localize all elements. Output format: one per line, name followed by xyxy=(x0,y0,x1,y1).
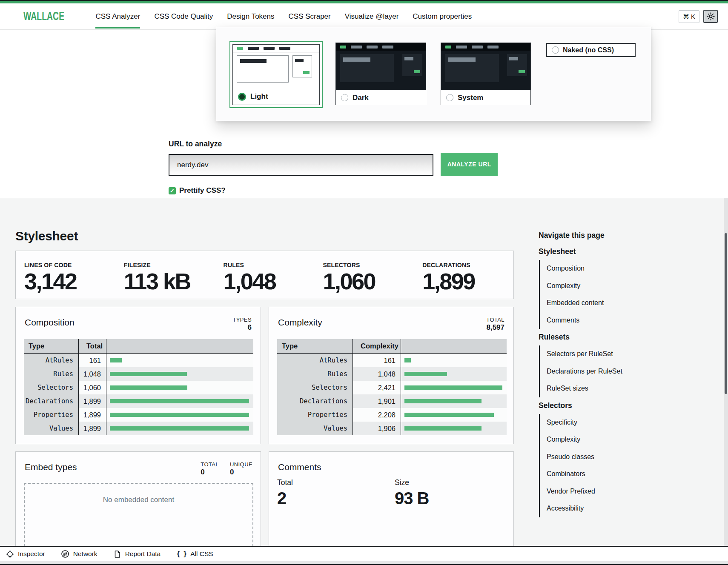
value-bar xyxy=(110,385,187,390)
toc-item-embedded-content[interactable]: Embedded content xyxy=(547,294,700,312)
stat-filesize: FILESIZE 113 kB xyxy=(115,262,215,293)
nav-item-design-tokens[interactable]: Design Tokens xyxy=(227,3,274,29)
nav-item-custom-properties[interactable]: Custom properties xyxy=(413,3,472,29)
bar-decoration xyxy=(295,59,304,62)
preview-card xyxy=(507,54,527,76)
tool-all-css[interactable]: { } All CSS xyxy=(176,550,213,558)
toc-item-declarations-per-ruleset[interactable]: Declarations per RuleSet xyxy=(547,363,700,380)
theme-option-naked[interactable]: Naked (no CSS) xyxy=(546,43,636,57)
tool-inspector[interactable]: Inspector xyxy=(6,550,45,558)
tool-network[interactable]: Network xyxy=(61,550,97,558)
toc-item-pseudo-classes[interactable]: Pseudo classes xyxy=(547,448,700,466)
composition-title: Composition xyxy=(25,317,75,328)
toc-item-combinators[interactable]: Combinators xyxy=(547,465,700,483)
stat-rules: RULES 1,048 xyxy=(215,262,315,293)
theme-toggle-button[interactable] xyxy=(703,10,718,23)
pill-decoration xyxy=(382,46,393,49)
toc-item-comments[interactable]: Comments xyxy=(547,312,700,329)
stylesheet-stats-panel: LINES OF CODE 3,142 FILESIZE 113 kB RULE… xyxy=(15,251,514,299)
toc-section-rulesets[interactable]: Rulesets xyxy=(539,333,700,342)
complexity-table: Type Complexity AtRules 161 Rules 1,048 … xyxy=(277,339,507,435)
toc-group: Selectors per RuleSet Declarations per R… xyxy=(539,345,700,397)
nav-item-css-scraper[interactable]: CSS Scraper xyxy=(289,3,331,29)
complexity-title: Complexity xyxy=(278,317,322,328)
radio-dark[interactable] xyxy=(341,94,348,101)
pill-decoration xyxy=(351,46,362,49)
pill-decoration xyxy=(237,47,243,50)
toc-group: Composition Complexity Embedded content … xyxy=(539,260,700,329)
value-bar xyxy=(404,426,482,431)
toc-item-specificity[interactable]: Specificity xyxy=(547,414,700,431)
theme-preview-system xyxy=(441,43,530,90)
value-bar xyxy=(404,413,494,417)
scrollbar-track[interactable] xyxy=(724,198,728,561)
theme-preview-dark xyxy=(336,43,426,90)
toc-item-accessibility[interactable]: Accessibility xyxy=(547,500,700,517)
table-row: Declarations 1,899 xyxy=(24,394,253,408)
theme-option-system[interactable]: System xyxy=(441,43,531,105)
network-icon xyxy=(61,550,69,558)
table-row: Rules 1,048 xyxy=(277,367,507,381)
bar-decoration xyxy=(404,57,413,60)
comments-size: Size 93 B xyxy=(395,478,429,507)
url-input[interactable] xyxy=(169,154,433,176)
radio-system[interactable] xyxy=(446,94,453,101)
stat-selectors: SELECTORS 1,060 xyxy=(314,262,414,293)
toc-item-ruleset-sizes[interactable]: RuleSet sizes xyxy=(547,380,700,397)
command-k-button[interactable]: ⌘ K xyxy=(679,10,699,23)
table-row: Selectors 2,421 xyxy=(277,381,507,394)
toc-item-complexity[interactable]: Complexity xyxy=(547,277,700,295)
toc-section-selectors[interactable]: Selectors xyxy=(539,401,700,410)
wallace-logo[interactable]: WALLACE xyxy=(23,10,64,23)
toc-item-selectors-per-ruleset[interactable]: Selectors per RuleSet xyxy=(547,345,700,363)
complexity-panel: Complexity TOTAL 8,597 Type Complexity A… xyxy=(269,307,514,444)
table-row: AtRules 161 xyxy=(24,354,253,367)
scrollbar-thumb[interactable] xyxy=(725,233,727,394)
value-bar xyxy=(404,385,502,390)
value-bar xyxy=(110,426,249,431)
theme-option-dark[interactable]: Dark xyxy=(335,43,426,105)
app-window: WALLACE CSS Analyzer CSS Code Quality De… xyxy=(0,0,728,565)
bar-decoration xyxy=(303,71,310,74)
table-row: Selectors 1,060 xyxy=(24,381,253,394)
value-bar xyxy=(110,413,249,417)
nav-item-css-analyzer[interactable]: CSS Analyzer xyxy=(95,3,140,29)
stat-lines-of-code: LINES OF CODE 3,142 xyxy=(16,262,115,293)
value-bar xyxy=(404,372,447,376)
toc-item-selector-complexity[interactable]: Complexity xyxy=(547,431,700,448)
prettify-checkbox[interactable]: ✓ xyxy=(169,187,176,194)
toc-section-stylesheet[interactable]: Stylesheet xyxy=(539,247,700,256)
table-row: Values 1,899 xyxy=(24,422,253,435)
braces-icon: { } xyxy=(176,550,186,558)
radio-light-selected[interactable] xyxy=(238,93,246,101)
comments-title: Comments xyxy=(278,462,321,472)
prettify-label: Prettify CSS? xyxy=(179,186,226,195)
comments-panel: Comments Total 2 Size 93 B xyxy=(269,451,514,554)
crosshair-icon xyxy=(6,550,14,558)
bar-decoration xyxy=(448,57,476,62)
theme-option-label-row: System xyxy=(441,90,530,105)
preview-navbar xyxy=(233,45,319,52)
toc-item-composition[interactable]: Composition xyxy=(547,260,700,277)
pill-decoration xyxy=(279,47,290,50)
preview-body xyxy=(441,51,530,90)
nav-item-visualize-layer[interactable]: Visualize @layer xyxy=(345,3,399,29)
value-bar xyxy=(404,358,411,362)
nav-item-css-code-quality[interactable]: CSS Code Quality xyxy=(154,3,213,29)
tool-report-data[interactable]: Report Data xyxy=(113,550,161,558)
preview-navbar xyxy=(441,43,530,51)
complexity-meta: TOTAL 8,597 xyxy=(486,317,504,332)
empty-state-box: No embedded content xyxy=(24,483,253,551)
value-bar xyxy=(110,399,249,403)
pill-decoration xyxy=(472,46,483,49)
preview-card xyxy=(292,55,312,77)
bar-decoration xyxy=(519,70,525,73)
toc-item-vendor-prefixed[interactable]: Vendor Prefixed xyxy=(547,483,700,500)
page-toc: Navigate this page Stylesheet Compositio… xyxy=(539,231,700,517)
radio-naked[interactable] xyxy=(552,46,559,54)
theme-label-dark: Dark xyxy=(353,94,369,102)
analyze-url-button[interactable]: ANALYZE URL xyxy=(441,153,498,176)
pill-decoration xyxy=(264,47,275,50)
theme-option-light[interactable]: Light xyxy=(229,41,323,108)
bar-decoration xyxy=(240,59,267,63)
